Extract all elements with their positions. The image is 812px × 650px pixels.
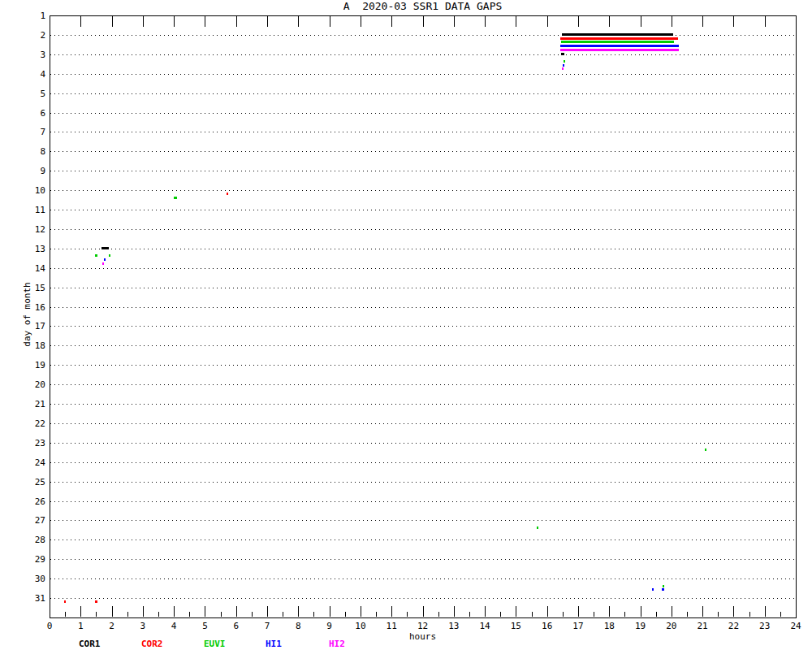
day-gridline	[50, 559, 795, 560]
y-tick-label: 29	[28, 554, 45, 565]
x-tick-top	[733, 16, 734, 27]
gap-mark-cor2	[227, 193, 228, 195]
y-tick-label: 31	[28, 593, 45, 604]
gap-mark-cor2	[560, 37, 678, 40]
y-tick-label: 22	[28, 418, 45, 429]
y-tick-label: 8	[28, 146, 45, 157]
y-tick-label: 19	[28, 360, 45, 370]
y-tick-label: 7	[28, 127, 45, 137]
x-minor-tick	[469, 612, 470, 617]
day-gridline	[50, 113, 795, 114]
y-tick-label: 14	[28, 263, 45, 274]
x-minor-tick	[718, 612, 719, 617]
day-gridline	[50, 151, 795, 152]
x-tick-bottom	[765, 606, 766, 617]
x-tick-label: 4	[162, 621, 186, 631]
x-tick-bottom	[143, 606, 144, 617]
day-gridline	[50, 93, 795, 94]
x-tick-bottom	[423, 606, 424, 617]
legend-item-hi1: HI1	[266, 639, 282, 649]
x-tick-top	[361, 16, 361, 27]
day-gridline	[50, 307, 795, 308]
x-tick-label: 23	[753, 621, 777, 631]
x-tick-bottom	[702, 606, 703, 617]
gap-mark-cor2	[64, 600, 66, 603]
x-minor-tick	[65, 612, 66, 617]
x-tick-top	[423, 16, 424, 27]
x-tick-bottom	[80, 606, 81, 617]
day-gridline	[50, 404, 795, 405]
y-axis-label: day of month	[22, 282, 32, 346]
x-tick-label: 22	[721, 621, 745, 631]
x-minor-tick	[345, 612, 346, 617]
x-minor-tick	[407, 612, 408, 617]
x-tick-label: 7	[255, 621, 279, 631]
y-tick-label: 2	[28, 30, 45, 41]
x-tick-top	[330, 16, 330, 27]
x-tick-bottom	[298, 606, 299, 617]
x-tick-top	[236, 16, 237, 27]
day-gridline	[50, 598, 795, 599]
x-tick-bottom	[391, 606, 392, 617]
day-gridline	[50, 210, 795, 210]
gap-mark-euvi	[564, 60, 565, 63]
x-tick-bottom	[454, 606, 455, 617]
x-minor-tick	[749, 612, 750, 617]
x-minor-tick	[376, 612, 377, 617]
x-minor-tick	[189, 612, 190, 617]
y-tick-label: 12	[28, 224, 45, 235]
x-minor-tick	[158, 612, 159, 617]
day-gridline	[50, 501, 795, 502]
x-tick-bottom	[733, 606, 734, 617]
x-minor-tick	[127, 612, 128, 617]
day-gridline	[50, 540, 795, 540]
day-gridline	[50, 132, 795, 132]
x-tick-label: 12	[411, 621, 435, 631]
y-tick-label: 1	[28, 11, 45, 21]
x-minor-tick	[283, 612, 283, 617]
x-minor-tick	[624, 612, 625, 617]
legend-item-cor1: COR1	[79, 639, 101, 649]
y-tick-label: 10	[28, 185, 45, 196]
day-gridline	[50, 268, 795, 269]
day-gridline	[50, 520, 795, 521]
y-tick-label: 28	[28, 535, 45, 545]
x-tick-bottom	[174, 606, 175, 617]
day-gridline	[50, 54, 795, 55]
x-tick-label: 15	[503, 621, 528, 631]
day-gridline	[50, 74, 795, 75]
ssr1-data-gaps-chart: A 2020-03 SSR1 DATA GAPS 012345678910111…	[0, 0, 812, 650]
gap-mark-euvi	[174, 197, 177, 199]
x-tick-label: 19	[628, 621, 653, 631]
x-minor-tick	[252, 612, 253, 617]
x-tick-top	[672, 16, 672, 27]
plot-frame	[50, 15, 797, 618]
day-gridline	[50, 35, 795, 36]
x-tick-bottom	[330, 606, 330, 617]
x-tick-bottom	[236, 606, 237, 617]
x-tick-label: 13	[442, 621, 466, 631]
chart-title: A 2020-03 SSR1 DATA GAPS	[50, 0, 796, 12]
x-tick-bottom	[205, 606, 205, 617]
x-tick-label: 2	[100, 621, 124, 631]
y-tick-label: 27	[28, 515, 45, 526]
y-tick-label: 13	[28, 244, 45, 254]
x-minor-tick	[687, 612, 688, 617]
x-tick-top	[641, 16, 641, 27]
gap-mark-euvi	[561, 41, 674, 43]
gap-mark-hi2	[560, 49, 679, 51]
day-gridline	[50, 384, 795, 385]
x-tick-label: 11	[379, 621, 404, 631]
gap-mark-cor1	[561, 53, 564, 55]
gap-mark-euvi	[537, 526, 538, 529]
gap-mark-hi1	[560, 45, 679, 47]
day-gridline	[50, 462, 795, 463]
x-minor-tick	[780, 612, 781, 617]
day-gridline	[50, 365, 795, 366]
y-tick-label: 20	[28, 379, 45, 390]
x-tick-label: 0	[37, 621, 62, 631]
x-tick-bottom	[641, 606, 641, 617]
y-tick-label: 11	[28, 205, 45, 215]
y-tick-label: 30	[28, 574, 45, 584]
x-minor-tick	[96, 612, 97, 617]
